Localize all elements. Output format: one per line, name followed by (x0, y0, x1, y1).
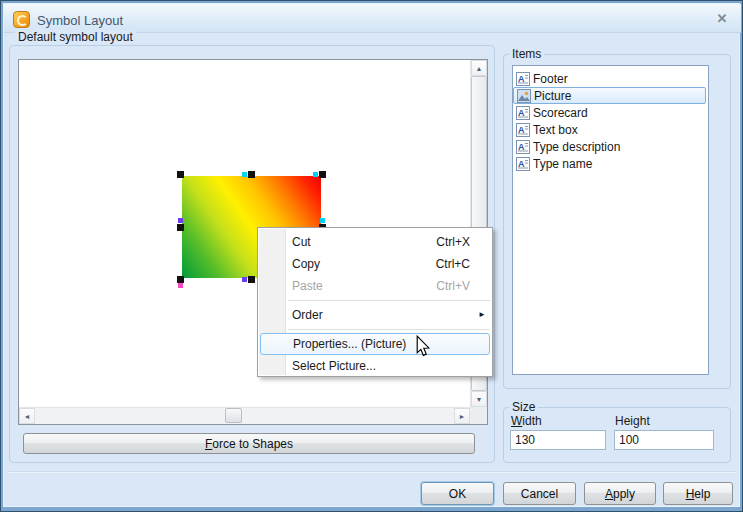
list-item-label: Picture (534, 89, 571, 103)
anchor-marker-left (178, 218, 183, 223)
height-input[interactable] (614, 430, 714, 450)
menu-separator (288, 329, 490, 330)
menu-item-label: Cut (292, 231, 311, 253)
window-title: Symbol Layout (37, 13, 123, 28)
apply-button-accel: A (605, 487, 613, 501)
default-symbol-layout-label: Default symbol layout (15, 30, 136, 44)
resize-handle-bottom-left[interactable] (177, 276, 184, 283)
ok-button[interactable]: OK (421, 482, 494, 505)
list-item-label: Type name (533, 157, 592, 171)
menu-item-cut[interactable]: Cut Ctrl+X (258, 231, 492, 253)
list-item-scorecard[interactable]: A Scorecard (513, 104, 708, 121)
list-item-label: Type description (533, 140, 620, 154)
menu-item-paste[interactable]: Paste Ctrl+V (258, 275, 492, 297)
titlebar[interactable]: Symbol Layout ✕ (4, 4, 741, 33)
width-label-rest: idth (522, 414, 541, 428)
apply-button[interactable]: Apply (584, 482, 656, 505)
close-icon[interactable]: ✕ (713, 10, 731, 28)
menu-item-copy[interactable]: Copy Ctrl+C (258, 253, 492, 275)
submenu-arrow-icon: ► (478, 304, 486, 326)
items-list[interactable]: A Footer Picture A Scorecard A Text box … (512, 65, 709, 375)
context-menu: Cut Ctrl+X Copy Ctrl+C Paste Ctrl+V Orde… (257, 227, 493, 377)
force-button-label: orce to Shapes (212, 437, 293, 451)
text-item-icon: A (516, 106, 530, 120)
scrollbar-corner (470, 407, 487, 424)
help-button[interactable]: Help (663, 482, 733, 505)
text-item-icon: A (516, 123, 530, 137)
anchor-marker-bottom-left (178, 283, 183, 288)
menu-item-label: Paste (292, 275, 323, 297)
height-label: Height (615, 414, 650, 428)
anchor-marker-right (320, 218, 325, 223)
menu-separator (288, 300, 490, 301)
menu-item-label: Select Picture... (292, 355, 376, 377)
svg-text:A: A (518, 73, 525, 83)
resize-handle-top-middle[interactable] (248, 171, 255, 178)
cancel-button-label: Cancel (521, 487, 558, 501)
height-label-rest: ht (640, 414, 650, 428)
scroll-up-icon[interactable]: ▲ (471, 60, 487, 76)
menu-item-shortcut: Ctrl+V (436, 275, 484, 297)
scroll-down-icon[interactable]: ▼ (471, 391, 487, 407)
menu-item-select-picture[interactable]: Select Picture... (258, 355, 492, 377)
apply-button-label: pply (613, 487, 635, 501)
symbol-layout-dialog: Symbol Layout ✕ Default symbol layout (0, 0, 743, 512)
picture-item-icon (517, 89, 531, 103)
list-item-type-description[interactable]: A Type description (513, 138, 708, 155)
height-label-pre: Hei (615, 414, 633, 428)
app-icon (13, 11, 30, 28)
menu-item-properties[interactable]: Properties... (Picture) (260, 333, 490, 355)
list-item-type-name[interactable]: A Type name (513, 155, 708, 172)
list-item-label: Footer (533, 72, 568, 86)
height-label-accel: g (633, 414, 640, 428)
text-item-icon: A (516, 140, 530, 154)
scroll-right-icon[interactable]: ► (454, 408, 470, 424)
footer-divider (9, 471, 736, 473)
ok-button-label: OK (449, 487, 466, 501)
resize-handle-top-right[interactable] (319, 171, 326, 178)
list-item-label: Text box (533, 123, 578, 137)
list-item-text-box[interactable]: A Text box (513, 121, 708, 138)
mouse-cursor (413, 335, 433, 357)
menu-item-shortcut: Ctrl+C (436, 253, 484, 275)
cancel-button[interactable]: Cancel (503, 482, 576, 505)
size-group-label: Size (509, 400, 538, 414)
scroll-left-icon[interactable]: ◄ (19, 408, 35, 424)
horizontal-scroll-thumb[interactable] (225, 408, 242, 423)
width-input[interactable] (510, 430, 606, 450)
horizontal-scrollbar[interactable]: ◄ ► (19, 407, 470, 424)
text-item-icon: A (516, 157, 530, 171)
resize-handle-top-left[interactable] (177, 171, 184, 178)
menu-item-label: Order (292, 304, 323, 326)
list-item-footer[interactable]: A Footer (513, 70, 708, 87)
resize-handle-middle-left[interactable] (177, 224, 184, 231)
menu-item-label: Properties... (Picture) (293, 333, 406, 355)
menu-item-order[interactable]: Order ► (258, 304, 492, 326)
anchor-marker-top (242, 172, 247, 177)
list-item-label: Scorecard (533, 106, 588, 120)
horizontal-scroll-track[interactable] (35, 408, 454, 424)
svg-text:A: A (518, 158, 525, 168)
width-label-accel: W (511, 414, 522, 428)
svg-text:A: A (518, 124, 525, 134)
force-to-shapes-button[interactable]: Force to Shapes (23, 433, 475, 454)
text-item-icon: A (516, 72, 530, 86)
menu-item-label: Copy (292, 253, 320, 275)
menu-item-shortcut: Ctrl+X (436, 231, 484, 253)
svg-text:A: A (518, 141, 525, 151)
help-button-label: elp (694, 487, 710, 501)
list-item-picture[interactable]: Picture (513, 87, 706, 104)
anchor-marker-bottom (242, 277, 247, 282)
items-group-label: Items (509, 47, 544, 61)
anchor-marker-top-right (313, 172, 318, 177)
resize-handle-bottom-middle[interactable] (248, 276, 255, 283)
svg-text:A: A (518, 107, 525, 117)
width-label: Width (511, 414, 542, 428)
